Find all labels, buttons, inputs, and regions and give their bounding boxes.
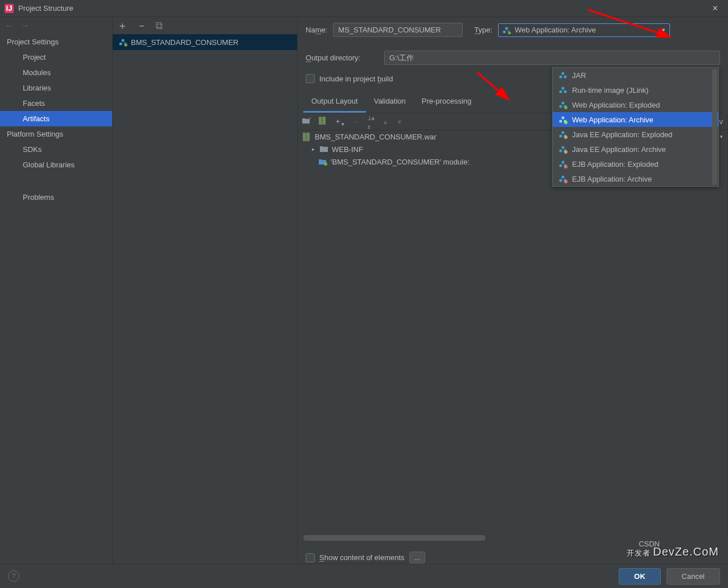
watermark: 开发者DevZe.CoM	[627, 542, 719, 560]
web-archive-icon	[502, 26, 511, 35]
dropdown-item-ejb-archive[interactable]: EJB Application: Archive	[553, 171, 718, 186]
tab-preprocessing[interactable]: Pre-processing	[414, 92, 479, 113]
dropdown-item-ejb-exploded[interactable]: EJB Application: Exploded	[553, 157, 718, 171]
cancel-button[interactable]: Cancel	[667, 568, 720, 585]
svg-point-6	[505, 27, 508, 30]
dropdown-item-jar[interactable]: JAR	[553, 68, 718, 83]
include-build-checkbox[interactable]	[306, 74, 315, 83]
archive-icon[interactable]	[319, 117, 326, 126]
folder-icon	[319, 145, 328, 154]
sidebar-item-artifacts[interactable]: Artifacts	[0, 111, 112, 126]
svg-text:+: +	[309, 117, 311, 122]
artifact-icon	[558, 130, 567, 139]
help-icon[interactable]: ?	[8, 570, 19, 582]
show-content-checkbox[interactable]	[306, 553, 315, 562]
ellipsis-button[interactable]: ...	[409, 552, 426, 564]
svg-point-3	[120, 43, 122, 46]
tree-folder-label: WEB-INF	[332, 145, 363, 154]
sort-icon[interactable]: ↓az	[368, 113, 375, 130]
sidebar-item-global-libraries[interactable]: Global Libraries	[0, 157, 112, 172]
svg-point-26	[562, 117, 565, 120]
output-dir-input[interactable]	[384, 51, 720, 65]
sidebar: ← → Project Settings Project Modules Lib…	[0, 17, 113, 564]
type-select[interactable]: Web Application: Archive ▼	[498, 23, 670, 37]
tree-module-label: 'BMS_STANDARD_CONSUMER' module:	[331, 158, 470, 166]
chevron-right-icon[interactable]: ▸	[310, 146, 316, 152]
new-folder-icon[interactable]: +	[302, 117, 311, 126]
svg-point-27	[560, 120, 562, 123]
svg-point-34	[562, 146, 565, 149]
dropdown-item-runtime[interactable]: Run-time image (JLink)	[553, 83, 718, 97]
svg-point-38	[562, 161, 565, 164]
svg-point-43	[560, 179, 562, 182]
window-title: Project Structure	[18, 4, 706, 13]
sidebar-item-project[interactable]: Project	[0, 50, 112, 65]
name-input[interactable]	[333, 23, 463, 37]
svg-point-37	[564, 150, 567, 154]
svg-point-21	[564, 91, 567, 93]
tree-root-label: BMS_STANDARD_CONSUMER.war	[315, 133, 437, 141]
down-icon[interactable]: ▼	[396, 118, 402, 125]
artifact-icon	[558, 71, 567, 80]
app-icon: IJ	[5, 4, 14, 13]
artifact-icon	[558, 85, 567, 94]
svg-point-7	[503, 30, 506, 33]
svg-text:IJ: IJ	[6, 4, 13, 13]
artifact-list-item[interactable]: BMS_STANDARD_CONSUMER	[113, 34, 297, 50]
svg-point-35	[560, 150, 562, 153]
add-icon[interactable]: ＋	[117, 19, 127, 32]
svg-point-23	[560, 105, 562, 108]
svg-point-31	[560, 135, 562, 138]
chevron-down-icon: ▼	[661, 27, 666, 33]
content-panel: Name: Type: Web Application: Archive ▼ O…	[298, 17, 728, 564]
remove-icon[interactable]: －	[137, 19, 147, 32]
nav-back-icon[interactable]: ←	[5, 20, 14, 31]
sidebar-item-libraries[interactable]: Libraries	[0, 80, 112, 96]
artifact-icon	[558, 159, 567, 168]
tab-validation[interactable]: Validation	[366, 92, 414, 113]
sidebar-item-modules[interactable]: Modules	[0, 65, 112, 80]
svg-point-15	[324, 162, 327, 166]
svg-point-22	[562, 102, 565, 105]
sidebar-header-platform-settings: Platform Settings	[0, 126, 112, 142]
show-content-label: Show content of elements	[319, 553, 405, 562]
svg-point-5	[124, 43, 127, 47]
dropdown-item-jee-archive[interactable]: Java EE Application: Archive	[553, 142, 718, 157]
type-label: Type:	[474, 26, 492, 34]
artifact-list-panel: ＋ － ⿻ BMS_STANDARD_CONSUMER	[113, 17, 298, 564]
chevron-down-icon[interactable]: ▾	[718, 134, 724, 139]
svg-point-9	[508, 31, 511, 35]
close-icon[interactable]: ✕	[706, 4, 723, 13]
dropdown-item-web-exploded[interactable]: Web Application: Exploded	[553, 97, 718, 112]
copy-icon[interactable]: ⿻	[156, 22, 163, 30]
titlebar: IJ Project Structure ✕	[0, 0, 728, 17]
svg-point-42	[562, 176, 565, 179]
svg-point-41	[564, 165, 567, 168]
sidebar-item-problems[interactable]: Problems	[0, 190, 112, 205]
up-icon[interactable]: ▲	[382, 118, 389, 125]
ok-button[interactable]: OK	[619, 568, 661, 585]
nav-forward-icon[interactable]: →	[20, 20, 30, 31]
artifact-icon	[558, 100, 567, 109]
sidebar-item-facets[interactable]: Facets	[0, 96, 112, 111]
svg-point-33	[564, 135, 567, 139]
artifact-icon	[558, 115, 567, 124]
svg-point-19	[562, 87, 565, 90]
dropdown-scrollbar[interactable]	[712, 69, 717, 185]
tab-output-layout[interactable]: Output Layout	[303, 92, 366, 113]
artifact-list-item-label: BMS_STANDARD_CONSUMER	[131, 38, 238, 47]
dropdown-item-jee-exploded[interactable]: Java EE Application: Exploded	[553, 127, 718, 142]
name-label: Name:	[306, 26, 327, 34]
svg-point-45	[564, 180, 567, 183]
remove-tree-icon[interactable]: －	[352, 117, 360, 127]
dropdown-item-web-archive[interactable]: Web Application: Archive	[553, 112, 718, 127]
svg-point-17	[560, 76, 562, 79]
svg-point-20	[560, 91, 562, 93]
sidebar-item-sdks[interactable]: SDKs	[0, 142, 112, 157]
artifact-icon	[558, 145, 567, 154]
sidebar-header-project-settings: Project Settings	[0, 34, 112, 50]
svg-point-16	[562, 72, 565, 75]
artifact-icon	[558, 174, 567, 183]
svg-point-18	[564, 76, 567, 79]
add-copy-icon[interactable]: ＋▾	[334, 116, 344, 127]
